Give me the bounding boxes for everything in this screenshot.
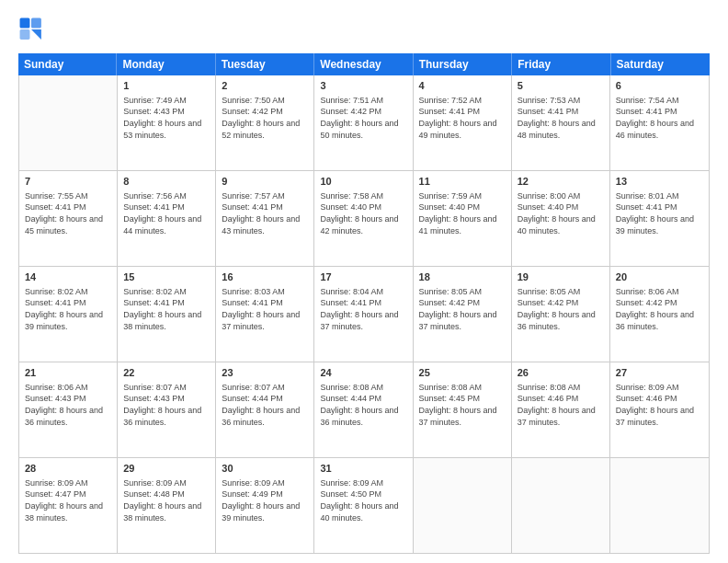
day-number: 3	[320, 79, 406, 93]
header-day-tuesday: Tuesday	[216, 53, 314, 75]
calendar-row-4: 28Sunrise: 8:09 AMSunset: 4:47 PMDayligh…	[19, 458, 709, 553]
day-number: 22	[123, 366, 210, 380]
calendar-cell-9: 9Sunrise: 7:57 AMSunset: 4:41 PMDaylight…	[216, 171, 314, 266]
cell-info: Sunrise: 8:05 AMSunset: 4:42 PMDaylight:…	[419, 286, 506, 332]
cell-info: Sunrise: 8:08 AMSunset: 4:44 PMDaylight:…	[320, 382, 406, 428]
day-number: 2	[222, 79, 308, 93]
cell-info: Sunrise: 8:02 AMSunset: 4:41 PMDaylight:…	[25, 286, 111, 332]
day-number: 30	[222, 462, 308, 476]
calendar-cell-16: 16Sunrise: 8:03 AMSunset: 4:41 PMDayligh…	[216, 267, 314, 362]
header	[18, 17, 710, 42]
cell-info: Sunrise: 7:49 AMSunset: 4:43 PMDaylight:…	[123, 95, 210, 141]
calendar-cell-17: 17Sunrise: 8:04 AMSunset: 4:41 PMDayligh…	[314, 267, 413, 362]
cell-info: Sunrise: 8:05 AMSunset: 4:42 PMDaylight:…	[518, 286, 604, 332]
calendar-cell-28: 28Sunrise: 8:09 AMSunset: 4:47 PMDayligh…	[19, 458, 118, 553]
header-day-thursday: Thursday	[414, 53, 512, 75]
cell-info: Sunrise: 7:56 AMSunset: 4:41 PMDaylight:…	[123, 190, 210, 236]
cell-info: Sunrise: 8:07 AMSunset: 4:43 PMDaylight:…	[123, 382, 210, 428]
calendar-cell-4: 4Sunrise: 7:52 AMSunset: 4:41 PMDaylight…	[414, 75, 512, 170]
cell-info: Sunrise: 8:09 AMSunset: 4:48 PMDaylight:…	[123, 477, 210, 523]
calendar-cell-empty-4-5	[512, 458, 610, 553]
calendar-cell-7: 7Sunrise: 7:55 AMSunset: 4:41 PMDaylight…	[19, 171, 118, 266]
header-day-sunday: Sunday	[18, 53, 117, 75]
calendar-cell-2: 2Sunrise: 7:50 AMSunset: 4:42 PMDaylight…	[216, 75, 314, 170]
cell-info: Sunrise: 8:06 AMSunset: 4:42 PMDaylight:…	[616, 286, 703, 332]
cell-info: Sunrise: 8:08 AMSunset: 4:45 PMDaylight:…	[419, 382, 506, 428]
cell-info: Sunrise: 8:09 AMSunset: 4:46 PMDaylight:…	[616, 382, 703, 428]
calendar-cell-24: 24Sunrise: 8:08 AMSunset: 4:44 PMDayligh…	[314, 362, 413, 457]
calendar-cell-30: 30Sunrise: 8:09 AMSunset: 4:49 PMDayligh…	[216, 458, 314, 553]
calendar-cell-empty-4-6	[610, 458, 709, 553]
cell-info: Sunrise: 8:09 AMSunset: 4:47 PMDaylight:…	[25, 477, 111, 523]
day-number: 14	[25, 270, 111, 284]
calendar-cell-15: 15Sunrise: 8:02 AMSunset: 4:41 PMDayligh…	[118, 267, 216, 362]
calendar-header: SundayMondayTuesdayWednesdayThursdayFrid…	[18, 53, 710, 75]
header-day-friday: Friday	[512, 53, 610, 75]
calendar-cell-27: 27Sunrise: 8:09 AMSunset: 4:46 PMDayligh…	[610, 362, 709, 457]
day-number: 11	[419, 175, 506, 189]
calendar-cell-31: 31Sunrise: 8:09 AMSunset: 4:50 PMDayligh…	[314, 458, 413, 553]
day-number: 12	[518, 175, 604, 189]
calendar-row-1: 7Sunrise: 7:55 AMSunset: 4:41 PMDaylight…	[19, 171, 709, 267]
calendar-cell-14: 14Sunrise: 8:02 AMSunset: 4:41 PMDayligh…	[19, 267, 118, 362]
day-number: 10	[320, 175, 406, 189]
header-day-monday: Monday	[117, 53, 215, 75]
calendar-body: 1Sunrise: 7:49 AMSunset: 4:43 PMDaylight…	[18, 75, 710, 554]
day-number: 5	[518, 79, 604, 93]
day-number: 29	[123, 462, 210, 476]
calendar-cell-18: 18Sunrise: 8:05 AMSunset: 4:42 PMDayligh…	[414, 267, 512, 362]
day-number: 18	[419, 270, 506, 284]
cell-info: Sunrise: 8:09 AMSunset: 4:49 PMDaylight:…	[222, 477, 308, 523]
cell-info: Sunrise: 8:06 AMSunset: 4:43 PMDaylight:…	[25, 382, 111, 428]
cell-info: Sunrise: 7:50 AMSunset: 4:42 PMDaylight:…	[222, 95, 308, 141]
calendar-cell-8: 8Sunrise: 7:56 AMSunset: 4:41 PMDaylight…	[118, 171, 216, 266]
calendar-cell-6: 6Sunrise: 7:54 AMSunset: 4:41 PMDaylight…	[610, 75, 709, 170]
day-number: 26	[518, 366, 604, 380]
day-number: 27	[616, 366, 703, 380]
calendar-row-0: 1Sunrise: 7:49 AMSunset: 4:43 PMDaylight…	[19, 75, 709, 171]
day-number: 24	[320, 366, 406, 380]
svg-rect-2	[20, 29, 30, 40]
calendar-cell-3: 3Sunrise: 7:51 AMSunset: 4:42 PMDaylight…	[314, 75, 413, 170]
day-number: 28	[25, 462, 111, 476]
calendar-cell-20: 20Sunrise: 8:06 AMSunset: 4:42 PMDayligh…	[610, 267, 709, 362]
calendar-cell-11: 11Sunrise: 7:59 AMSunset: 4:40 PMDayligh…	[414, 171, 512, 266]
logo	[18, 17, 48, 42]
calendar-cell-12: 12Sunrise: 8:00 AMSunset: 4:40 PMDayligh…	[512, 171, 610, 266]
cell-info: Sunrise: 8:01 AMSunset: 4:41 PMDaylight:…	[616, 190, 703, 236]
logo-icon	[18, 17, 44, 42]
day-number: 23	[222, 366, 308, 380]
cell-info: Sunrise: 8:04 AMSunset: 4:41 PMDaylight:…	[320, 286, 406, 332]
cell-info: Sunrise: 7:52 AMSunset: 4:41 PMDaylight:…	[419, 95, 506, 141]
day-number: 16	[222, 270, 308, 284]
cell-info: Sunrise: 7:59 AMSunset: 4:40 PMDaylight:…	[419, 190, 506, 236]
day-number: 8	[123, 175, 210, 189]
svg-marker-3	[31, 29, 41, 40]
calendar-cell-13: 13Sunrise: 8:01 AMSunset: 4:41 PMDayligh…	[610, 171, 709, 266]
cell-info: Sunrise: 8:09 AMSunset: 4:50 PMDaylight:…	[320, 477, 406, 523]
day-number: 21	[25, 366, 111, 380]
cell-info: Sunrise: 8:03 AMSunset: 4:41 PMDaylight:…	[222, 286, 308, 332]
calendar-row-2: 14Sunrise: 8:02 AMSunset: 4:41 PMDayligh…	[19, 267, 709, 362]
cell-info: Sunrise: 8:02 AMSunset: 4:41 PMDaylight:…	[123, 286, 210, 332]
cell-info: Sunrise: 7:57 AMSunset: 4:41 PMDaylight:…	[222, 190, 308, 236]
day-number: 19	[518, 270, 604, 284]
calendar-cell-21: 21Sunrise: 8:06 AMSunset: 4:43 PMDayligh…	[19, 362, 118, 457]
calendar-cell-1: 1Sunrise: 7:49 AMSunset: 4:43 PMDaylight…	[118, 75, 216, 170]
day-number: 6	[616, 79, 703, 93]
cell-info: Sunrise: 7:55 AMSunset: 4:41 PMDaylight:…	[25, 190, 111, 236]
calendar-cell-23: 23Sunrise: 8:07 AMSunset: 4:44 PMDayligh…	[216, 362, 314, 457]
calendar: SundayMondayTuesdayWednesdayThursdayFrid…	[18, 53, 710, 554]
day-number: 31	[320, 462, 406, 476]
cell-info: Sunrise: 8:00 AMSunset: 4:40 PMDaylight:…	[518, 190, 604, 236]
calendar-cell-5: 5Sunrise: 7:53 AMSunset: 4:41 PMDaylight…	[512, 75, 610, 170]
cell-info: Sunrise: 7:53 AMSunset: 4:41 PMDaylight:…	[518, 95, 604, 141]
day-number: 17	[320, 270, 406, 284]
day-number: 9	[222, 175, 308, 189]
day-number: 7	[25, 175, 111, 189]
svg-rect-0	[20, 18, 30, 29]
calendar-cell-19: 19Sunrise: 8:05 AMSunset: 4:42 PMDayligh…	[512, 267, 610, 362]
calendar-cell-empty-0-0	[19, 75, 118, 170]
calendar-cell-22: 22Sunrise: 8:07 AMSunset: 4:43 PMDayligh…	[118, 362, 216, 457]
day-number: 4	[419, 79, 506, 93]
